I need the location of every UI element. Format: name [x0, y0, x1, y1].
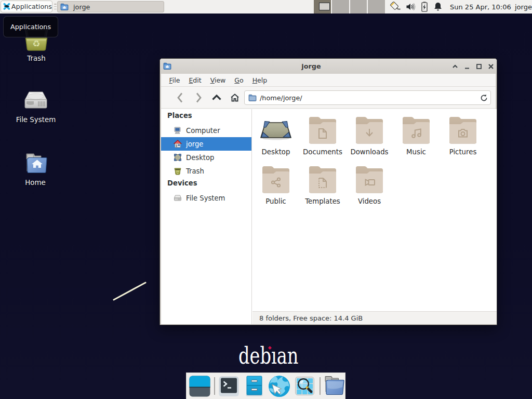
file-item-label: Documents: [299, 148, 346, 156]
file-manager-launcher[interactable]: [246, 376, 263, 396]
file-item-label: Desktop: [252, 148, 299, 156]
stray-line-artifact: [109, 278, 153, 307]
file-item-videos[interactable]: Videos: [346, 166, 393, 205]
applications-menu-label: Applications: [11, 3, 52, 10]
workspace-3[interactable]: [350, 0, 368, 14]
sidebar-header-places: Places: [161, 109, 251, 123]
up-button[interactable]: [208, 89, 225, 106]
window-titlebar[interactable]: jorge: [160, 59, 497, 74]
file-item-documents[interactable]: Documents: [299, 117, 346, 156]
application-finder-icon: [295, 377, 314, 395]
file-item-desktop[interactable]: Desktop: [252, 117, 299, 156]
menu-view[interactable]: View: [206, 75, 230, 86]
status-bar: 8 folders, Free space: 14.4 GiB: [252, 311, 497, 324]
sidebar-item-trash[interactable]: Trash: [161, 164, 251, 178]
file-item-label: Public: [252, 197, 299, 205]
minimize-button[interactable]: [461, 60, 473, 73]
application-finder-launcher[interactable]: [295, 377, 314, 395]
open-folder-icon: [324, 376, 345, 396]
web-browser-launcher[interactable]: [268, 375, 290, 397]
taskbar-window-label: jorge: [73, 3, 90, 11]
sidebar-item-computer[interactable]: Computer: [161, 124, 251, 137]
workspace-pager[interactable]: [314, 0, 385, 14]
svg-text:♻: ♻: [32, 38, 40, 49]
show-desktop-icon: [189, 376, 210, 397]
volume-tray-icon[interactable]: [405, 0, 416, 14]
show-desktop-launcher[interactable]: [189, 376, 210, 397]
desktop-icon-label: Trash: [10, 55, 62, 62]
back-button[interactable]: [171, 89, 189, 106]
menu-file[interactable]: File: [165, 75, 184, 86]
public-folder-icon: [262, 166, 289, 193]
file-item-label: Pictures: [440, 148, 486, 156]
tooltip-text: Applications: [10, 23, 51, 31]
window-folder-icon: [60, 3, 69, 11]
notifications-tray-icon[interactable]: [433, 0, 443, 14]
desktop-icon-home[interactable]: Home: [9, 153, 61, 187]
folder-home-icon: [23, 153, 47, 175]
sidebar: Places Computer: [161, 109, 252, 324]
path-text[interactable]: /home/jorge/: [260, 94, 480, 102]
workspace-4[interactable]: [368, 0, 385, 14]
file-item-label: Downloads: [346, 148, 393, 156]
applications-tooltip: Applications: [3, 16, 58, 37]
network-tray-icon[interactable]: [389, 0, 402, 14]
menu-go[interactable]: Go: [230, 75, 248, 86]
forward-button[interactable]: [190, 89, 207, 106]
files-launcher[interactable]: [324, 376, 345, 396]
status-text: 8 folders, Free space: 14.4 GiB: [259, 314, 363, 322]
panel-user-label[interactable]: jorge: [515, 0, 532, 14]
desktop-icon-label: Home: [9, 179, 61, 187]
taskbar-window-button[interactable]: jorge: [57, 1, 164, 12]
terminal-launcher[interactable]: [219, 376, 239, 396]
panel-clock[interactable]: Sun 25 Apr, 10:06: [450, 0, 511, 14]
applications-menu-button[interactable]: Applications: [1, 1, 52, 12]
shade-button[interactable]: [449, 60, 461, 73]
reload-icon[interactable]: [480, 94, 488, 102]
panel-separator-handle[interactable]: [54, 4, 57, 9]
sidebar-header-devices: Devices: [161, 177, 251, 190]
battery-tray-icon[interactable]: [420, 0, 429, 14]
file-cabinet-icon: [246, 376, 263, 396]
trash-small-icon: [174, 167, 182, 175]
path-folder-icon: [248, 94, 257, 102]
file-item-pictures[interactable]: Pictures: [440, 117, 486, 156]
workspace-2[interactable]: [332, 0, 350, 14]
menu-edit[interactable]: Edit: [184, 75, 206, 86]
top-panel: Applications jorge: [0, 0, 532, 14]
sidebar-item-label: Trash: [186, 167, 204, 175]
maximize-button[interactable]: [473, 60, 485, 73]
debian-wordmark: debıan: [238, 342, 317, 369]
file-item-templates[interactable]: Templates: [299, 166, 346, 205]
menu-help[interactable]: Help: [248, 75, 272, 86]
desktop-icon-label: File System: [10, 116, 62, 124]
file-item-label: Templates: [299, 197, 346, 205]
computer-icon: [174, 126, 182, 135]
sidebar-item-label: Desktop: [186, 154, 214, 162]
web-browser-icon: [268, 375, 290, 397]
close-button[interactable]: [485, 60, 497, 73]
file-manager-window: jorge File Edit View Go Help: [159, 58, 497, 325]
file-item-label: Videos: [346, 197, 393, 205]
sidebar-item-label: jorge: [186, 140, 203, 148]
terminal-icon: [219, 376, 239, 396]
file-item-public[interactable]: Public: [252, 166, 299, 205]
file-item-downloads[interactable]: Downloads: [346, 117, 393, 156]
sidebar-item-jorge[interactable]: jorge: [161, 137, 251, 151]
sidebar-item-desktop[interactable]: Desktop: [161, 151, 251, 164]
file-item-music[interactable]: Music: [393, 117, 440, 156]
sidebar-item-label: Computer: [186, 127, 220, 135]
workspace-1[interactable]: [314, 0, 332, 14]
path-bar[interactable]: /home/jorge/: [244, 90, 491, 105]
user-home-icon: [174, 140, 182, 148]
home-button[interactable]: [226, 89, 243, 106]
window-icon: [163, 62, 171, 70]
sidebar-item-label: File System: [186, 194, 225, 202]
desktop-icon-filesystem[interactable]: File System: [10, 91, 62, 124]
bottom-dock-panel: [186, 373, 345, 399]
menubar: File Edit View Go Help: [161, 74, 496, 87]
hard-drive-icon: [24, 91, 48, 112]
sidebar-item-filesystem[interactable]: File System: [161, 191, 251, 205]
window-title: jorge: [176, 59, 447, 74]
file-item-label: Music: [393, 148, 440, 156]
